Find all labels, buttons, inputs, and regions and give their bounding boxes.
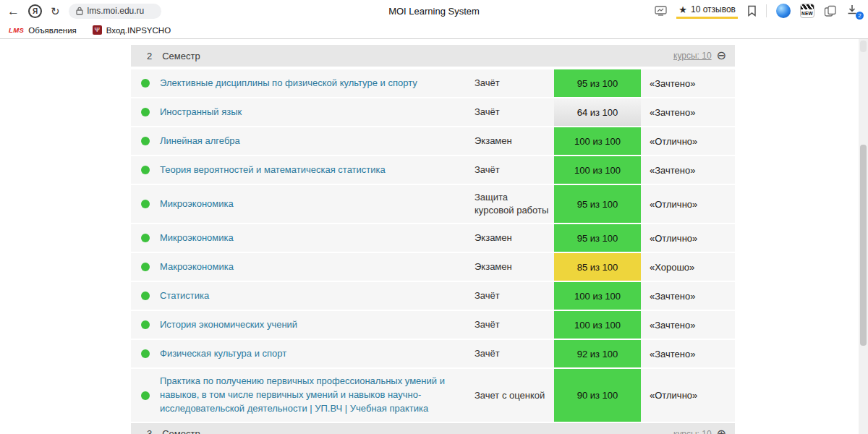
assessment-type: Экзамен xyxy=(475,127,554,155)
semester-3-header: 3 Семестр курсы: 10 ⊕ xyxy=(131,423,735,434)
grades-table: 2 Семестр курсы: 10 ⊖ Элективные дисципл… xyxy=(131,45,735,434)
reviews-count-label: 10 отзывов xyxy=(691,4,736,14)
semester-label: Семестр xyxy=(162,428,200,434)
status-cell xyxy=(131,156,160,184)
cast-icon[interactable] xyxy=(655,6,667,16)
bookmark-item-inpsycho[interactable]: Ψ Вход.INPSYCHO xyxy=(93,25,171,35)
course-cell: Практика по получению первичных професси… xyxy=(160,369,475,422)
video-new-extension-icon[interactable]: NEW xyxy=(800,4,814,18)
lock-icon xyxy=(76,7,83,15)
course-link[interactable]: Физическая культура и спорт xyxy=(160,347,286,361)
score-badge: 92 из 100 xyxy=(554,340,641,367)
status-dot-icon xyxy=(141,391,150,400)
clapperboard-stripes xyxy=(801,4,814,9)
scrollbar-top-button[interactable] xyxy=(860,41,867,52)
status-dot-icon xyxy=(141,108,150,116)
page-content: 2 Семестр курсы: 10 ⊖ Элективные дисципл… xyxy=(0,39,868,434)
refresh-button[interactable]: ↻ xyxy=(51,6,60,17)
browser-toolbar: ← Я ↻ lms.moi.edu.ru MOI Learning System… xyxy=(0,0,868,22)
course-link[interactable]: Практика по получению первичных професси… xyxy=(160,375,464,416)
lms-favicon: LMS xyxy=(9,26,24,34)
table-row: Микроэкономика Экзамен 95 из 100 «Отличн… xyxy=(131,224,735,252)
course-link[interactable]: Теория вероятностей и математическая ста… xyxy=(160,163,386,177)
grade-text: «Зачтено» xyxy=(641,69,728,97)
grade-text: «Отлично» xyxy=(641,224,728,252)
grade-text: «Отлично» xyxy=(641,369,728,422)
score-badge: 90 из 100 xyxy=(554,369,641,422)
status-dot-icon xyxy=(141,292,150,300)
table-row: Микроэкономика Защита курсовой работы 95… xyxy=(131,185,735,223)
grade-text: «Зачтено» xyxy=(641,340,728,367)
score-badge: 100 из 100 xyxy=(554,282,641,310)
assessment-type: Зачёт xyxy=(475,311,554,339)
courses-count-link[interactable]: курсы: 10 xyxy=(673,429,712,434)
course-link[interactable]: Микроэкономика xyxy=(160,197,234,211)
table-row: Иностранный язык Зачёт 64 из 100 «Зачтен… xyxy=(131,98,735,126)
status-cell xyxy=(131,185,160,223)
score-badge: 95 из 100 xyxy=(554,185,641,223)
toolbar-divider xyxy=(766,4,767,17)
star-icon: ★ xyxy=(678,5,687,14)
status-cell xyxy=(131,311,160,339)
url-text: lms.moi.edu.ru xyxy=(88,6,145,16)
table-row: История экономических учений Зачёт 100 и… xyxy=(131,311,735,339)
inpsycho-favicon: Ψ xyxy=(93,25,102,35)
grade-text: «Отлично» xyxy=(641,127,728,155)
status-dot-icon xyxy=(141,137,150,145)
grade-text: «Хорошо» xyxy=(641,253,728,281)
table-row: Физическая культура и спорт Зачёт 92 из … xyxy=(131,340,735,367)
course-link[interactable]: Микроэкономика xyxy=(160,231,234,245)
bookmark-item-announcements[interactable]: LMS Объявления xyxy=(9,26,77,35)
assessment-type: Зачёт xyxy=(475,340,554,367)
course-link[interactable]: Макроэкономика xyxy=(160,260,234,274)
score-badge: 100 из 100 xyxy=(554,127,641,155)
status-dot-icon xyxy=(141,320,150,329)
toolbar-right-cluster: ★ 10 отзывов NEW 2 xyxy=(650,3,861,19)
course-cell: Макроэкономика xyxy=(160,253,475,281)
status-cell xyxy=(131,282,160,310)
browser-extension-icon[interactable] xyxy=(776,4,791,18)
course-link[interactable]: Иностранный язык xyxy=(160,106,242,119)
status-cell xyxy=(131,69,160,97)
semester-label: Семестр xyxy=(162,51,200,61)
assessment-type: Экзамен xyxy=(475,253,554,281)
course-link[interactable]: Линейная алгебра xyxy=(160,135,240,148)
status-dot-icon xyxy=(141,166,150,174)
semester-number: 2 xyxy=(147,51,152,61)
course-cell: Теория вероятностей и математическая ста… xyxy=(160,156,475,184)
status-dot-icon xyxy=(141,79,150,88)
downloads-count-badge: 2 xyxy=(856,12,864,20)
course-cell: Иностранный язык xyxy=(160,98,475,126)
downloads-button[interactable]: 2 xyxy=(846,4,861,18)
table-row: Практика по получению первичных професси… xyxy=(131,369,735,422)
table-row: Макроэкономика Экзамен 85 из 100 «Хорошо… xyxy=(131,253,735,281)
bookmark-label: Объявления xyxy=(28,26,77,35)
bookmark-label: Вход.INPSYCHO xyxy=(106,26,171,35)
back-button[interactable]: ← xyxy=(7,5,20,17)
assessment-type: Зачет с оценкой xyxy=(475,369,554,422)
address-bar[interactable]: lms.moi.edu.ru xyxy=(69,4,161,19)
site-reviews-button[interactable]: ★ 10 отзывов xyxy=(676,3,738,19)
assessment-type: Зачёт xyxy=(475,98,554,126)
collapse-icon[interactable]: ⊖ xyxy=(717,50,726,61)
yandex-logo-button[interactable]: Я xyxy=(28,4,42,18)
expand-icon[interactable]: ⊕ xyxy=(717,428,726,434)
grade-text: «Зачтено» xyxy=(641,282,728,310)
course-table-body: Элективные дисциплины по физической куль… xyxy=(131,69,735,422)
course-link[interactable]: Статистика xyxy=(160,289,209,303)
status-dot-icon xyxy=(141,263,150,271)
scrollbar-thumb[interactable] xyxy=(860,145,867,346)
grade-text: «Зачтено» xyxy=(641,311,728,339)
course-link[interactable]: История экономических учений xyxy=(160,318,297,332)
status-cell xyxy=(131,253,160,281)
status-cell xyxy=(131,340,160,367)
grade-text: «Зачтено» xyxy=(641,156,728,184)
courses-count-link[interactable]: курсы: 10 xyxy=(673,51,712,61)
course-cell: Статистика xyxy=(160,282,475,310)
collections-icon[interactable] xyxy=(824,5,837,17)
course-link[interactable]: Элективные дисциплины по физической куль… xyxy=(160,77,417,90)
status-cell xyxy=(131,98,160,126)
table-row: Теория вероятностей и математическая ста… xyxy=(131,156,735,184)
bookmark-icon[interactable] xyxy=(747,5,757,17)
grade-text: «Зачтено» xyxy=(641,98,728,126)
